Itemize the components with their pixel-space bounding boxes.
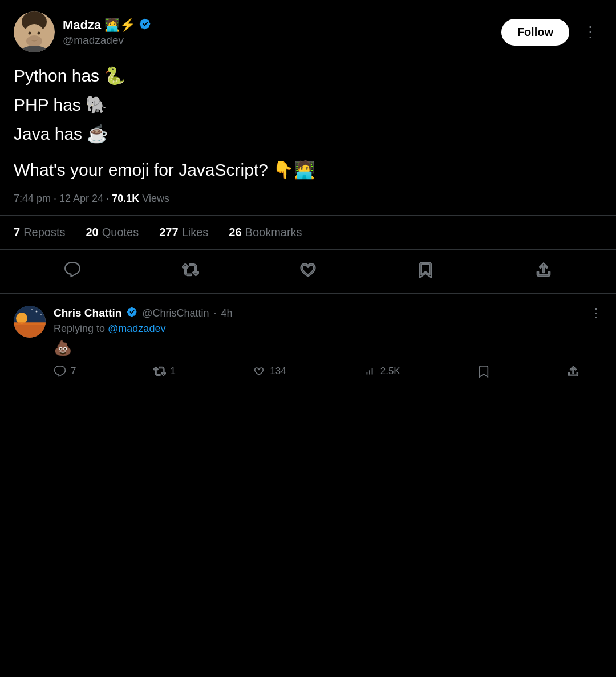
reply-time-value: 4h [221,307,233,319]
tweet-line-3: Java has ☕ [14,121,602,147]
reply-text: 💩 [54,339,602,357]
reply-like-button[interactable]: 134 [253,365,286,378]
tweet-date: 12 Apr 24 [59,193,103,204]
tweet-meta: 7:44 pm · 12 Apr 24 · 70.1K Views [14,193,602,205]
reply-header: Chris Chattin @ChrisChattin · 4h ⋮ [54,306,602,321]
reply-header-left: Chris Chattin @ChrisChattin · 4h [54,306,233,321]
reposts-count: 7 [14,226,20,239]
reply-content: Chris Chattin @ChrisChattin · 4h ⋮ Reply… [54,306,602,378]
main-tweet: Madza 🧑‍💻⚡ @madzadev Follow ⋮ Python has… [0,0,616,294]
avatar[interactable] [14,11,55,52]
reply-more-button[interactable]: ⋮ [590,306,602,321]
meta-sep-2: · [106,193,112,204]
bookmark-button[interactable] [412,257,439,283]
likes-count: 277 [159,226,178,239]
reply-bookmark-button[interactable] [477,365,490,378]
replying-to-label: Replying to [54,323,105,334]
reply-share-button[interactable] [567,365,579,378]
replying-to-user[interactable]: @madzadev [108,323,165,334]
like-button[interactable] [295,257,321,283]
share-button[interactable] [530,257,557,283]
quotes-label: Quotes [102,226,139,239]
reply-views-count: 2.5K [380,366,400,377]
reply-retweet-count: 1 [171,366,176,377]
bookmarks-label: Bookmarks [245,226,302,239]
svg-point-4 [29,32,31,35]
svg-point-12 [36,311,38,313]
divider-3 [0,293,616,294]
reply-time: · [214,307,217,319]
bookmarks-stat[interactable]: 26 Bookmarks [229,226,302,239]
svg-point-13 [40,314,42,315]
tweet-body: Python has 🐍 PHP has 🐘 Java has ☕ What's… [14,63,602,183]
more-button[interactable]: ⋮ [578,21,602,43]
reply-display-name: Chris Chattin [54,307,121,319]
tweet-views-count: 70.1K [112,193,139,204]
user-info: Madza 🧑‍💻⚡ @madzadev [63,18,151,47]
actions-row [14,250,602,293]
tweet-time: 7:44 pm [14,193,51,204]
svg-point-6 [33,36,36,38]
reply-card: Chris Chattin @ChrisChattin · 4h ⋮ Reply… [0,294,616,387]
bookmarks-count: 26 [229,226,241,239]
reposts-label: Reposts [23,226,65,239]
author-info: Madza 🧑‍💻⚡ @madzadev [14,11,151,52]
likes-stat[interactable]: 277 Likes [159,226,208,239]
tweet-question: What's your emoji for JavaScript? 👇🧑‍💻 [14,157,602,183]
reply-retweet-button[interactable]: 1 [153,365,176,378]
tweet-line-1: Python has 🐍 [14,63,602,88]
reply-to: Replying to @madzadev [54,323,602,335]
svg-point-5 [38,32,40,35]
reply-actions: 7 1 134 2.5K [54,365,602,378]
reply-views-button[interactable]: 2.5K [363,365,400,378]
meta-sep-1: · [54,193,59,204]
svg-rect-11 [14,322,46,325]
header-right: Follow ⋮ [501,19,602,46]
likes-label: Likes [182,226,209,239]
stats-row: 7 Reposts 20 Quotes 277 Likes 26 Bookmar… [14,216,602,249]
reply-like-count: 134 [270,366,286,377]
retweet-button[interactable] [177,257,204,283]
svg-point-14 [31,309,33,310]
quotes-count: 20 [86,226,99,239]
username[interactable]: @madzadev [63,34,151,47]
tweet-line-2: PHP has 🐘 [14,92,602,117]
reply-username: @ChrisChattin [142,307,209,319]
tweet-header: Madza 🧑‍💻⚡ @madzadev Follow ⋮ [14,11,602,52]
display-name: Madza 🧑‍💻⚡ [63,18,151,33]
reply-avatar[interactable] [14,306,46,338]
reply-verified-badge [126,306,137,321]
views-label-text: Views [142,193,169,204]
verified-badge [139,18,151,33]
name-emojis: 🧑‍💻⚡ [104,18,135,33]
comment-button[interactable] [59,257,86,283]
reply-comment-count: 7 [71,366,76,377]
reposts-stat[interactable]: 7 Reposts [14,226,66,239]
reply-comment-button[interactable]: 7 [54,365,76,378]
quotes-stat[interactable]: 20 Quotes [86,226,139,239]
name-text: Madza [63,18,101,33]
follow-button[interactable]: Follow [501,19,569,46]
